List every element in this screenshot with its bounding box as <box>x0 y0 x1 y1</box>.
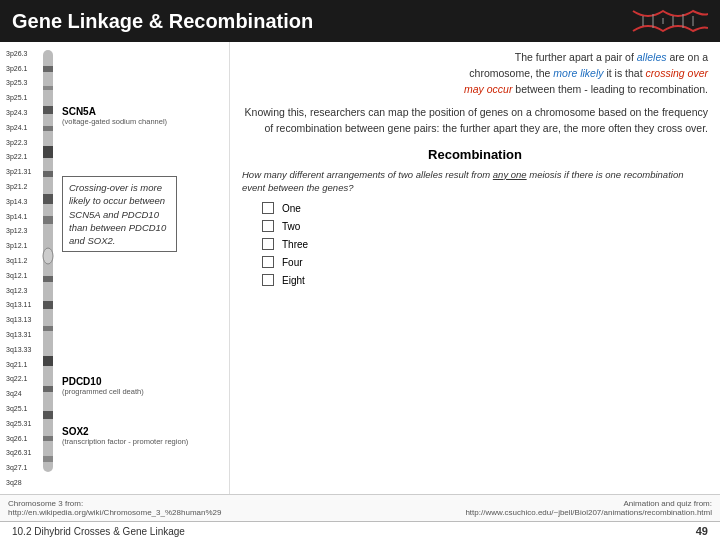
option-one: One <box>262 202 708 214</box>
svg-rect-22 <box>43 436 53 441</box>
page-title: Gene Linkage & Recombination <box>12 10 313 33</box>
animation-source-url: http://www.csuchico.edu/~jbell/Biol207/a… <box>465 508 712 517</box>
right-panel: The further apart a pair of alleles are … <box>230 42 720 494</box>
sox2-name: SOX2 <box>62 426 188 437</box>
label-3q121: 3q12.1 <box>6 272 36 279</box>
option-two: Two <box>262 220 708 232</box>
page: Gene Linkage & Recombination 3p26.3 3p26… <box>0 0 720 540</box>
label-3q112: 3q11.2 <box>6 257 36 264</box>
sox2-description: (transcription factor - promoter region) <box>62 437 188 446</box>
label-3p251: 3p25.1 <box>6 94 36 101</box>
checkbox-three[interactable] <box>262 238 274 250</box>
svg-rect-21 <box>43 411 53 419</box>
chromosome-container: 3p26.3 3p26.1 3p25.3 3p25.1 3p24.3 3p24.… <box>6 46 223 490</box>
label-3p221: 3p22.1 <box>6 153 36 160</box>
label-3q1313: 3q13.13 <box>6 316 36 323</box>
recombination-section: Recombination How many different arrange… <box>242 147 708 486</box>
label-3q2531: 3q25.31 <box>6 420 36 427</box>
pdcd10-name: PDCD10 <box>62 376 144 387</box>
dna-icon <box>628 6 708 36</box>
option-one-label: One <box>282 203 301 214</box>
label-3p223: 3p22.3 <box>6 139 36 146</box>
chromosome-visual <box>40 46 56 490</box>
label-3p263: 3p26.3 <box>6 50 36 57</box>
top-text-block: The further apart a pair of alleles are … <box>242 50 708 97</box>
option-three-label: Three <box>282 239 308 250</box>
svg-rect-11 <box>43 146 53 158</box>
crossing-text-box: Crossing-over is more likely to occur be… <box>62 176 177 252</box>
label-3p253: 3p25.3 <box>6 79 36 86</box>
label-3q261: 3q26.1 <box>6 435 36 442</box>
alleles-highlight: alleles <box>637 51 667 63</box>
svg-rect-19 <box>43 356 53 366</box>
chromosome-labels: 3p26.3 3p26.1 3p25.3 3p25.1 3p24.3 3p24.… <box>6 46 38 490</box>
label-3p261: 3p26.1 <box>6 65 36 72</box>
may-occur-highlight: may occur <box>464 83 512 95</box>
top-line2: chromosome, the more likely it is that c… <box>242 66 708 82</box>
svg-rect-10 <box>43 126 53 131</box>
label-3p243: 3p24.3 <box>6 109 36 116</box>
label-3p123: 3p12.3 <box>6 227 36 234</box>
pdcd10-label: PDCD10 (programmed cell death) <box>62 376 144 396</box>
svg-rect-13 <box>43 194 53 204</box>
label-3q251: 3q25.1 <box>6 405 36 412</box>
checkbox-one[interactable] <box>262 202 274 214</box>
top-line1: The further apart a pair of alleles are … <box>242 50 708 66</box>
label-3p241: 3p24.1 <box>6 124 36 131</box>
footer-right: Animation and quiz from: http://www.csuc… <box>465 499 712 517</box>
svg-rect-8 <box>43 86 53 90</box>
label-3p143: 3p14.3 <box>6 198 36 205</box>
svg-rect-20 <box>43 386 53 392</box>
recombination-question: How many different arrangements of two a… <box>242 168 708 195</box>
option-four: Four <box>262 256 708 268</box>
animation-source-label: Animation and quiz from: <box>465 499 712 508</box>
crossing-text: Crossing-over is more likely to occur be… <box>69 182 166 246</box>
scn5a-name: SCN5A <box>62 106 167 117</box>
top-line3: may occur between them - leading to reco… <box>242 82 708 98</box>
svg-rect-16 <box>43 276 53 282</box>
title-bar: Gene Linkage & Recombination <box>0 0 720 42</box>
checkbox-four[interactable] <box>262 256 274 268</box>
label-3q123: 3q12.3 <box>6 287 36 294</box>
page-number: 49 <box>696 525 708 537</box>
label-3p121: 3p12.1 <box>6 242 36 249</box>
option-eight-label: Eight <box>282 275 305 286</box>
label-3p141: 3p14.1 <box>6 213 36 220</box>
label-3q2631: 3q26.31 <box>6 449 36 456</box>
label-3q271: 3q27.1 <box>6 464 36 471</box>
label-3q1311: 3q13.11 <box>6 301 36 308</box>
label-3q1333: 3q13.33 <box>6 346 36 353</box>
checkbox-list: One Two Three Four <box>242 202 708 286</box>
content-area: 3p26.3 3p26.1 3p25.3 3p25.1 3p24.3 3p24.… <box>0 42 720 494</box>
checkbox-two[interactable] <box>262 220 274 232</box>
option-two-label: Two <box>282 221 300 232</box>
svg-rect-9 <box>43 106 53 114</box>
label-3q1331: 3q13.31 <box>6 331 36 338</box>
checkbox-eight[interactable] <box>262 274 274 286</box>
footer: Chromosome 3 from: http://en.wikipedia.o… <box>0 494 720 521</box>
scn5a-description: (voltage-gated sodium channel) <box>62 117 167 126</box>
option-four-label: Four <box>282 257 303 268</box>
svg-rect-12 <box>43 171 53 177</box>
left-panel: 3p26.3 3p26.1 3p25.3 3p25.1 3p24.3 3p24.… <box>0 42 230 494</box>
pdcd10-description: (programmed cell death) <box>62 387 144 396</box>
chromosome-source-label: Chromosome 3 from: <box>8 499 221 508</box>
scn5a-label: SCN5A (voltage-gated sodium channel) <box>62 106 167 126</box>
label-3p2131: 3p21.31 <box>6 168 36 175</box>
svg-point-15 <box>43 248 53 264</box>
middle-text-content: Knowing this, researchers can map the po… <box>245 106 708 134</box>
svg-rect-14 <box>43 216 53 224</box>
sox2-label: SOX2 (transcription factor - promoter re… <box>62 426 188 446</box>
label-3q28: 3q28 <box>6 479 36 486</box>
label-3q211: 3q21.1 <box>6 361 36 368</box>
more-likely-highlight: more likely <box>553 67 603 79</box>
crossing-over-highlight: crossing over <box>646 67 708 79</box>
page-bottom-bar: 10.2 Dihybrid Crosses & Gene Linkage 49 <box>0 521 720 540</box>
chromosome-source-url: http://en.wikipedia.org/wiki/Chromosome_… <box>8 508 221 517</box>
svg-rect-17 <box>43 301 53 309</box>
label-3q221: 3q22.1 <box>6 375 36 382</box>
svg-rect-23 <box>43 456 53 462</box>
gene-label-area: SCN5A (voltage-gated sodium channel) Cro… <box>58 46 223 490</box>
middle-text-block: Knowing this, researchers can map the po… <box>242 105 708 137</box>
option-three: Three <box>262 238 708 250</box>
